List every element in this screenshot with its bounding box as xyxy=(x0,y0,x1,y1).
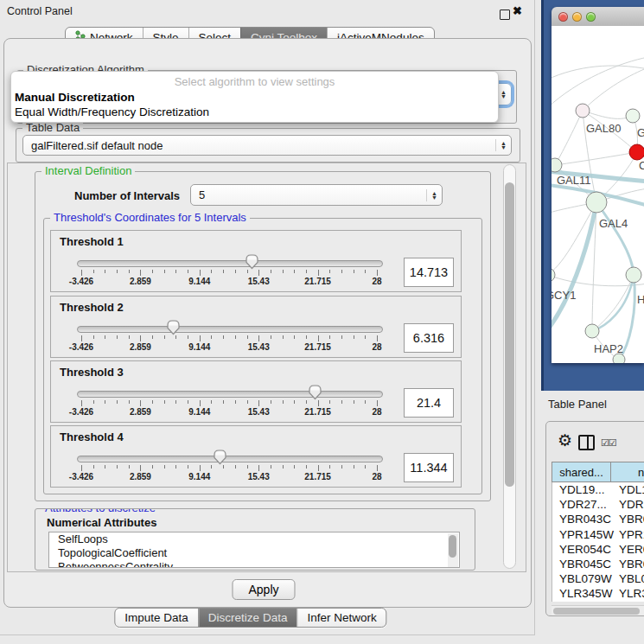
checkbox-pair-icon[interactable]: ☑☑ xyxy=(601,437,616,449)
threshold-panel: Threshold 3-3.4262.8599.14415.4321.71528… xyxy=(50,360,462,423)
slider-handle[interactable] xyxy=(308,384,322,400)
scale-label: 2.859 xyxy=(130,277,151,286)
network-node-g[interactable] xyxy=(626,109,640,123)
scale-label: 2.859 xyxy=(130,407,151,417)
cell-name: YBL0 xyxy=(612,572,644,585)
gear-icon[interactable]: ⚙ xyxy=(558,430,572,450)
tick-mark xyxy=(152,400,153,404)
zoom-traffic-light-icon[interactable] xyxy=(586,12,596,22)
network-node-gal11[interactable] xyxy=(552,158,562,172)
tick-mark xyxy=(235,400,236,404)
network-window-titlebar[interactable] xyxy=(552,7,644,27)
slider-track[interactable] xyxy=(77,326,383,333)
network-node-hap2[interactable] xyxy=(585,324,599,338)
network-edge xyxy=(555,111,583,165)
table-row[interactable]: YPR145WYPR1 xyxy=(552,527,644,542)
tick-mark xyxy=(341,335,342,339)
threshold-value-field[interactable]: 14.713 xyxy=(404,258,454,287)
slider-scale-labels: -3.4262.8599.14415.4321.71528 xyxy=(77,342,381,352)
dropdown-option-manual[interactable]: Manual Discretization xyxy=(11,90,498,105)
scrollbar-thumb[interactable] xyxy=(449,535,456,558)
slider-track[interactable] xyxy=(77,260,383,267)
table-row[interactable]: YDL19...YDL1 xyxy=(552,482,644,497)
network-node-label: G xyxy=(637,126,644,139)
tick-mark xyxy=(318,400,319,406)
table-row[interactable]: YLR345WYLR3 xyxy=(552,586,644,601)
table-row[interactable]: YDR27...YDR2 xyxy=(552,497,644,512)
control-panel-window: Control Panel ✖ NetworkStyleSelectCyni T… xyxy=(0,0,535,635)
threshold-value-field[interactable]: 11.344 xyxy=(404,453,454,482)
scrollbar-thumb[interactable] xyxy=(505,182,514,487)
network-node-c[interactable] xyxy=(629,144,644,160)
table-row[interactable]: YBL079WYBL0 xyxy=(552,571,644,586)
tick-mark xyxy=(271,465,271,469)
tick-mark xyxy=(81,270,82,276)
network-node-label: C xyxy=(639,159,644,172)
table-row[interactable]: YBR043CYBR0 xyxy=(552,512,644,526)
network-node-gcy1[interactable] xyxy=(552,268,555,282)
attributes-scrollbar[interactable] xyxy=(448,533,458,568)
attribute-list-item[interactable]: TopologicalCoefficient xyxy=(49,546,459,560)
cell-shared-name: YDL19... xyxy=(552,483,612,496)
slider-track[interactable] xyxy=(77,456,383,462)
threshold-label: Threshold 2 xyxy=(60,301,124,314)
apply-button[interactable]: Apply xyxy=(232,579,295,600)
scale-label: 28 xyxy=(372,277,381,286)
tick-mark xyxy=(258,270,259,276)
network-node[interactable] xyxy=(613,354,625,363)
split-column-icon[interactable] xyxy=(578,435,595,450)
tick-mark xyxy=(283,270,284,273)
slider-handle[interactable] xyxy=(166,319,181,335)
scale-label: 21.715 xyxy=(304,472,331,481)
network-edge xyxy=(552,57,644,108)
table-row[interactable]: YER054CYER0 xyxy=(552,542,644,557)
column-header-name[interactable]: n xyxy=(611,462,644,482)
main-scrollbar[interactable] xyxy=(503,164,516,569)
network-node-h[interactable] xyxy=(626,267,641,283)
tick-mark xyxy=(377,400,378,406)
table-row[interactable]: YIL052CYIL0 xyxy=(552,602,644,603)
attribute-list-item[interactable]: SelfLoops xyxy=(49,532,459,546)
attribute-list-item[interactable]: BetweennessCentrality xyxy=(49,560,459,568)
tick-mark xyxy=(93,400,94,404)
tab-discretize-data[interactable]: Discretize Data xyxy=(198,609,297,627)
table-row[interactable]: YBR045CYBR0 xyxy=(552,557,644,571)
slider-handle[interactable] xyxy=(245,253,259,270)
network-graph: GAL80GCGAL11GAL4GCY1HHAP2 xyxy=(552,26,644,363)
network-node-gal80[interactable] xyxy=(576,104,590,118)
scale-label: 21.715 xyxy=(304,407,331,417)
number-of-intervals-select[interactable]: 5 ▲▼ xyxy=(190,184,443,206)
tick-mark xyxy=(175,270,176,273)
slider-handle[interactable] xyxy=(213,449,227,465)
float-window-icon[interactable] xyxy=(500,10,510,20)
column-header-shared-name[interactable]: shared... xyxy=(552,462,611,482)
scrollbar-thumb[interactable] xyxy=(553,608,640,615)
tick-mark xyxy=(117,270,118,273)
scale-label: 28 xyxy=(372,342,381,352)
tab-infer-network[interactable]: Infer Network xyxy=(296,609,386,627)
threshold-value-field[interactable]: 21.4 xyxy=(404,388,454,418)
network-node-label: GAL4 xyxy=(599,217,628,230)
scale-label: 21.715 xyxy=(304,277,331,286)
table-horizontal-scrollbar[interactable] xyxy=(552,605,644,615)
tick-mark xyxy=(188,270,188,273)
minimize-traffic-light-icon[interactable] xyxy=(572,12,582,22)
network-node-gal4[interactable] xyxy=(586,192,607,213)
close-traffic-light-icon[interactable] xyxy=(558,12,568,22)
slider-track[interactable] xyxy=(77,391,383,398)
threshold-value-field[interactable]: 6.316 xyxy=(404,323,454,353)
tick-mark xyxy=(354,400,354,404)
table-data-select[interactable]: galFiltered.sif default node ▲▼ xyxy=(22,135,512,156)
tick-mark xyxy=(152,270,153,273)
dropdown-option-equal-width[interactable]: Equal Width/Frequency Discretization xyxy=(11,105,498,119)
scale-label: 9.144 xyxy=(188,407,210,417)
network-canvas[interactable]: GAL80GCGAL11GAL4GCY1HHAP2 xyxy=(552,26,644,363)
numerical-attributes-list[interactable]: SelfLoopsTopologicalCoefficientBetweenne… xyxy=(48,532,460,568)
tick-mark xyxy=(152,335,153,339)
tab-impute-data[interactable]: Impute Data xyxy=(115,609,198,627)
window-title: Control Panel xyxy=(7,5,73,17)
tick-mark xyxy=(365,270,366,273)
tick-mark xyxy=(105,465,105,469)
tick-mark xyxy=(117,400,118,404)
close-icon[interactable]: ✖ xyxy=(513,4,522,17)
